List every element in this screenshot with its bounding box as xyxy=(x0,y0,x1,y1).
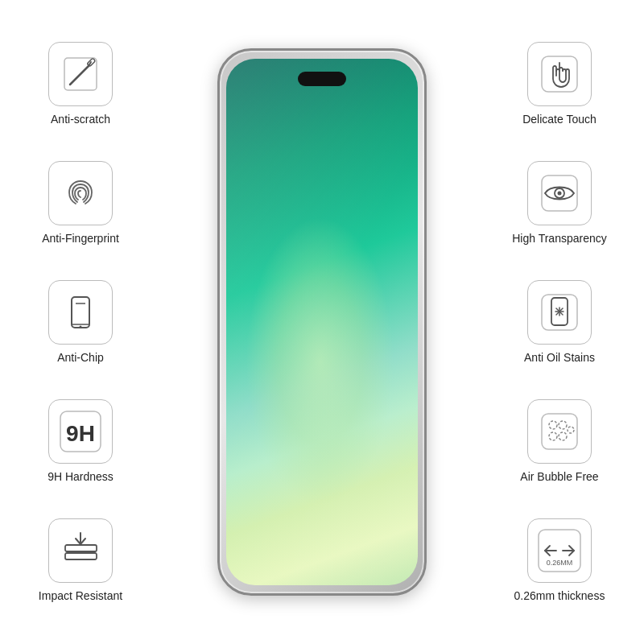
feature-anti-fingerprint: Anti-Fingerprint xyxy=(8,161,153,245)
feature-thickness: 0.26MM 0.26mm thickness xyxy=(483,518,636,602)
bubble-icon xyxy=(539,411,580,452)
anti-oil-label: Anti Oil Stains xyxy=(524,351,595,364)
svg-line-1 xyxy=(70,66,89,85)
main-container: Anti-scratch Anti-Fingerprint xyxy=(0,0,644,644)
svg-point-24 xyxy=(549,421,557,429)
delicate-touch-icon-box xyxy=(527,42,592,106)
air-bubble-icon-box xyxy=(527,399,592,464)
feature-air-bubble: Air Bubble Free xyxy=(483,399,636,483)
phone-screen xyxy=(226,59,418,585)
feature-high-transparency: High Transparency xyxy=(483,161,636,245)
features-left: Anti-scratch Anti-Fingerprint xyxy=(8,0,153,644)
phone-notch xyxy=(298,72,346,86)
svg-rect-23 xyxy=(542,414,577,449)
svg-point-7 xyxy=(80,326,82,328)
feature-anti-scratch: Anti-scratch xyxy=(8,42,153,126)
9h-icon: 9H xyxy=(56,407,105,456)
feature-anti-chip: Anti-Chip xyxy=(8,280,153,364)
eye-icon xyxy=(539,172,580,214)
svg-rect-10 xyxy=(65,553,97,559)
svg-rect-4 xyxy=(72,297,89,328)
svg-point-25 xyxy=(559,421,567,429)
high-transparency-label: High Transparency xyxy=(512,232,607,245)
phone-side-button xyxy=(425,196,427,244)
thickness-label: 0.26mm thickness xyxy=(514,589,605,602)
touch-icon xyxy=(539,53,580,95)
anti-chip-icon-box xyxy=(48,280,113,345)
high-transparency-icon-box xyxy=(527,161,592,225)
features-right: Delicate Touch High Transparency xyxy=(483,0,636,644)
svg-point-28 xyxy=(568,427,574,433)
oil-phone-icon xyxy=(539,291,580,333)
thickness-icon: 0.26MM xyxy=(535,526,584,575)
anti-fingerprint-label: Anti-Fingerprint xyxy=(42,232,119,245)
anti-fingerprint-icon-box xyxy=(48,161,113,225)
anti-scratch-label: Anti-scratch xyxy=(51,113,110,126)
anti-oil-icon-box xyxy=(527,280,592,345)
glass-overlay xyxy=(226,59,418,585)
phone-outer-frame xyxy=(217,48,427,596)
impact-resistant-icon-box xyxy=(48,518,113,583)
svg-point-16 xyxy=(558,192,562,196)
delicate-touch-label: Delicate Touch xyxy=(522,113,597,126)
anti-chip-label: Anti-Chip xyxy=(57,351,104,364)
impact-resistant-label: Impact Resistant xyxy=(39,589,122,602)
scratch-icon xyxy=(60,54,101,94)
9h-hardness-icon-box: 9H xyxy=(48,399,113,464)
fingerprint-icon xyxy=(60,173,101,213)
feature-delicate-touch: Delicate Touch xyxy=(483,42,636,126)
chip-phone-icon xyxy=(60,292,101,332)
anti-scratch-icon-box xyxy=(48,42,113,106)
air-bubble-label: Air Bubble Free xyxy=(520,470,598,483)
feature-anti-oil: Anti Oil Stains xyxy=(483,280,636,364)
thickness-icon-box: 0.26MM xyxy=(527,518,592,583)
svg-rect-11 xyxy=(65,545,97,551)
phone-device xyxy=(217,48,427,596)
svg-point-27 xyxy=(559,432,567,440)
svg-text:0.26MM: 0.26MM xyxy=(547,559,573,567)
9h-hardness-label: 9H Hardness xyxy=(47,470,114,483)
svg-text:9H: 9H xyxy=(66,421,95,446)
feature-9h-hardness: 9H 9H Hardness xyxy=(8,399,153,483)
impact-icon xyxy=(59,529,103,573)
svg-point-26 xyxy=(549,432,557,440)
feature-impact-resistant: Impact Resistant xyxy=(8,518,153,602)
